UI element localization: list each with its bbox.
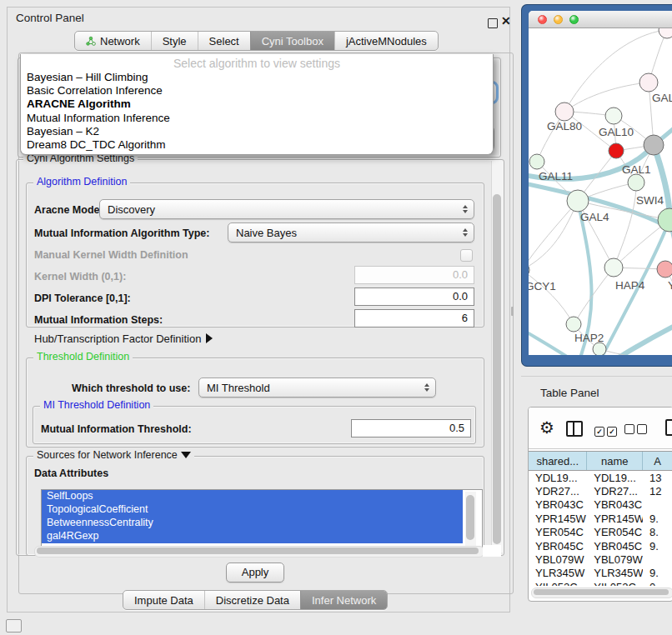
table-cell: YLR345W	[529, 567, 587, 579]
network-node[interactable]	[644, 135, 664, 155]
table-row[interactable]: YBR043CYBR043C	[529, 498, 672, 512]
attribute-item-betweennesscentrality[interactable]: BetweennessCentrality	[42, 517, 463, 530]
table-row[interactable]: YER054CYER054C8.	[529, 526, 672, 539]
column-header-shared[interactable]: shared...	[529, 452, 587, 470]
tab-select[interactable]: Select	[198, 32, 250, 50]
network-node-gal1[interactable]	[628, 174, 644, 191]
tab-discretize-data[interactable]: Discretize Data	[204, 591, 300, 609]
network-node-hap2[interactable]	[566, 317, 581, 332]
table-cell: YBL079W	[587, 553, 643, 566]
apply-button[interactable]: Apply	[226, 562, 284, 582]
table-row[interactable]: YBL079WYBL079W	[529, 552, 672, 566]
zoom-window-icon[interactable]	[569, 15, 579, 24]
algorithm-option-bayesian-k2[interactable]: Bayesian – K2	[21, 125, 493, 138]
new-table-icon[interactable]	[665, 419, 672, 436]
splitter-handle[interactable]	[511, 307, 514, 316]
network-node-gal4[interactable]	[567, 190, 589, 212]
algorithm-option-mutual-information-inference[interactable]: Mutual Information Inference	[21, 112, 493, 125]
table-row[interactable]: YBR045CYBR045C9.	[529, 539, 672, 552]
table-row[interactable]: YDR27...YDR27...12	[529, 484, 672, 498]
aracne-mode-combobox[interactable]: Discovery	[99, 199, 474, 219]
algorithm-option-bayesian-hill-climbing[interactable]: Bayesian – Hill Climbing	[21, 71, 493, 84]
network-canvas[interactable]: GALGAL80GAL10GAL1GAL11GAL4SWI4GCY1HAP4YH…	[529, 28, 672, 355]
deselect-all-columns-icon[interactable]	[624, 422, 649, 438]
mi-steps-field[interactable]: 6	[354, 309, 474, 328]
table-row[interactable]: YDL19...YDL19...13	[529, 471, 672, 484]
expand-right-icon	[206, 333, 213, 343]
table-cell: 13	[643, 472, 672, 484]
manual-kernel-checkbox[interactable]	[460, 249, 473, 262]
sources-legend[interactable]: Sources for Network Inference	[33, 449, 194, 461]
network-edge[interactable]	[529, 270, 574, 324]
tab-cyni-toolbox[interactable]: Cyni Toolbox	[250, 32, 334, 50]
table-cell: 9.	[643, 540, 672, 552]
kernel-width-field[interactable]: 0.0	[354, 266, 474, 284]
network-edge[interactable]	[529, 328, 580, 355]
network-edge[interactable]	[574, 268, 614, 324]
attribute-list-hscrollbar[interactable]	[34, 546, 484, 558]
tab-jactivemnodules[interactable]: jActiveMNodules	[334, 32, 438, 50]
network-node-gal10[interactable]	[605, 108, 622, 124]
node-label: GAL11	[539, 170, 573, 182]
close-window-icon[interactable]	[538, 15, 547, 24]
network-edge[interactable]	[612, 322, 672, 355]
table-row[interactable]: YIL052CYIL052C0.	[529, 580, 672, 586]
settings-scrollbar-thumb[interactable]	[493, 194, 501, 544]
float-panel-icon[interactable]	[488, 18, 498, 28]
attribute-list-hscrollbar-thumb[interactable]	[37, 548, 479, 554]
table-row[interactable]: YLR345WYLR345W9.	[529, 567, 672, 580]
network-edge[interactable]	[529, 201, 578, 270]
split-columns-icon[interactable]	[566, 421, 583, 437]
column-header-a[interactable]: A	[643, 452, 672, 470]
gear-icon[interactable]: ⚙	[539, 418, 554, 438]
algorithm-option-basic-correlation-inference[interactable]: Basic Correlation Inference	[21, 84, 493, 98]
attribute-item-topologicalcoefficient[interactable]: TopologicalCoefficient	[42, 503, 463, 517]
algorithm-option-dream8-dc-tdc-algorithm[interactable]: Dream8 DC_TDC Algorithm	[21, 138, 493, 152]
close-icon[interactable]: ✕	[501, 14, 511, 28]
tab-style[interactable]: Style	[151, 32, 198, 50]
network-edge[interactable]	[564, 82, 649, 112]
network-node-gal11[interactable]	[529, 154, 544, 169]
table-hscrollbar[interactable]	[531, 588, 672, 598]
attribute-list-scrollbar[interactable]	[465, 492, 476, 548]
select-all-columns-icon[interactable]: ✓✓	[594, 422, 619, 438]
tab-network[interactable]: Network	[75, 32, 151, 50]
mi-threshold-field[interactable]: 0.5	[351, 419, 471, 438]
network-edge[interactable]	[614, 182, 636, 268]
table-cell: YBR043C	[529, 498, 587, 511]
mi-type-combobox[interactable]: Naive Bayes	[228, 222, 474, 242]
table-cell: YDR27...	[529, 485, 587, 498]
settings-scrollbar[interactable]	[491, 161, 503, 552]
network-window-titlebar[interactable]	[529, 11, 672, 28]
network-node-swi4[interactable]	[658, 208, 672, 232]
dpi-tolerance-field[interactable]: 0.0	[354, 288, 474, 306]
table-hscrollbar-thumb[interactable]	[534, 589, 669, 595]
table-header: shared...nameA	[529, 451, 672, 471]
tab-label: Impute Data	[134, 594, 193, 607]
network-node-y[interactable]	[657, 261, 672, 278]
table-row[interactable]: YPR145WYPR145W9.	[529, 512, 672, 525]
network-edge[interactable]	[529, 201, 578, 270]
tab-label: Network	[100, 35, 140, 48]
attribute-item-selfloops[interactable]: SelfLoops	[42, 490, 463, 503]
attribute-item-gal4rgexp[interactable]: gal4RGexp	[42, 530, 463, 543]
network-node-hap4[interactable]	[604, 258, 623, 277]
minimize-window-icon[interactable]	[554, 15, 563, 24]
tab-infer-network[interactable]: Infer Network	[300, 591, 387, 609]
tab-impute-data[interactable]: Impute Data	[123, 591, 204, 609]
network-node-gal80[interactable]	[555, 102, 574, 121]
data-attributes-list[interactable]: SelfLoopsTopologicalCoefficientBetweenne…	[41, 489, 483, 551]
network-node[interactable]	[609, 143, 624, 158]
docked-panel-icon[interactable]	[6, 619, 22, 632]
column-header-name[interactable]: name	[587, 452, 643, 470]
algorithm-option-aracne-algorithm[interactable]: ARACNE Algorithm	[21, 98, 493, 111]
mi-steps-label: Mutual Information Steps:	[34, 314, 163, 326]
network-node[interactable]	[659, 28, 672, 38]
kernel-width-label: Kernel Width (0,1):	[34, 271, 126, 282]
network-node[interactable]	[593, 342, 606, 355]
network-edge[interactable]	[529, 182, 672, 235]
which-threshold-combobox[interactable]: MI Threshold	[198, 378, 436, 398]
network-node-gal[interactable]	[639, 73, 658, 92]
attribute-list-scrollbar-thumb[interactable]	[466, 495, 474, 540]
hub-definition-toggle[interactable]: Hub/Transcription Factor Definition	[34, 332, 213, 345]
